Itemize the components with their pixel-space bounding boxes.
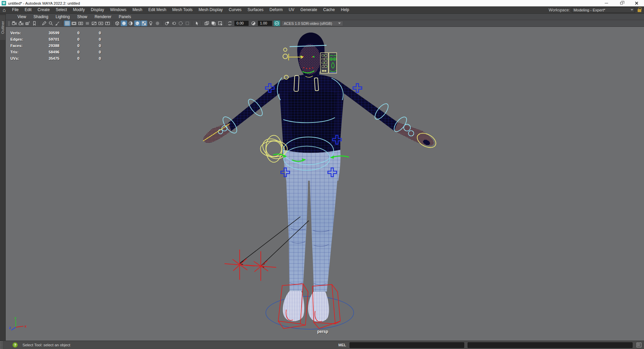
menu-deform[interactable]: Deform xyxy=(266,6,285,13)
panel-menu-bar: ViewShadingLightingShowRendererPanels xyxy=(6,14,644,20)
mel-label[interactable]: MEL xyxy=(338,343,346,347)
menu-uv[interactable]: UV xyxy=(286,6,298,13)
use-default-material-icon[interactable] xyxy=(127,20,134,26)
panel-menu-show[interactable]: Show xyxy=(73,14,91,20)
menu-mesh-display[interactable]: Mesh Display xyxy=(196,6,226,13)
menu-mesh-tools[interactable]: Mesh Tools xyxy=(169,6,196,13)
menu-mesh[interactable]: Mesh xyxy=(129,6,145,13)
viewport-persp[interactable]: y x z Verts:3059900Edges:5970100Faces:29… xyxy=(6,27,644,341)
close-button[interactable] xyxy=(629,0,644,6)
color-space-dropdown[interactable]: ACES 1.0 SDR-video (sRGB) xyxy=(281,21,343,26)
menu-surfaces[interactable]: Surfaces xyxy=(245,6,266,13)
menu-cache[interactable]: Cache xyxy=(320,6,338,13)
grid-icon[interactable] xyxy=(64,20,70,26)
toolbar-grip[interactable] xyxy=(8,21,10,26)
chevron-down-icon xyxy=(338,22,341,24)
help-icon[interactable]: ? xyxy=(12,342,18,348)
screen-space-ao-icon[interactable] xyxy=(164,20,170,26)
statusbar-grip[interactable] xyxy=(0,341,3,349)
depth-peeling-icon[interactable] xyxy=(184,20,191,26)
shade-textured-icon[interactable] xyxy=(134,20,141,26)
smooth-shade-all-icon[interactable] xyxy=(121,20,127,26)
color-management-icon[interactable] xyxy=(274,20,280,26)
workspace-dropdown[interactable]: Modeling - Expert* xyxy=(572,7,635,13)
minimize-button[interactable] xyxy=(599,0,614,6)
image-plane-icon[interactable] xyxy=(41,20,47,26)
panel-menu-lighting[interactable]: Lighting xyxy=(52,14,73,20)
panel-menu-renderer[interactable]: Renderer xyxy=(91,14,115,20)
menu-create[interactable]: Create xyxy=(35,6,53,13)
menu-help[interactable]: Help xyxy=(338,6,352,13)
character-model[interactable] xyxy=(203,33,434,322)
snapshot-copy-icon[interactable] xyxy=(204,20,210,26)
exposure-icon[interactable] xyxy=(227,20,233,26)
mel-command-input[interactable] xyxy=(350,342,464,348)
gate-mask-icon[interactable] xyxy=(84,20,91,26)
isolate-select-icon[interactable] xyxy=(194,20,200,26)
menu-modify[interactable]: Modify xyxy=(70,6,88,13)
hud-row-label: Edges: xyxy=(10,37,40,41)
film-gate-icon[interactable] xyxy=(71,20,77,26)
bookmarks-icon[interactable] xyxy=(31,20,38,26)
lock-workspace-icon[interactable] xyxy=(638,9,641,12)
hud-row-value: 29388 xyxy=(40,44,59,48)
menu-edit[interactable]: Edit xyxy=(21,6,35,13)
face-control-panel-shapes xyxy=(329,53,337,73)
hud-row-value: 58496 xyxy=(40,50,59,54)
motion-blur-icon[interactable] xyxy=(171,20,177,26)
menu-edit-mesh[interactable]: Edit Mesh xyxy=(145,6,169,13)
safe-action-icon[interactable] xyxy=(98,20,104,26)
hud-row-label: Tris: xyxy=(10,50,40,54)
hud-row-value: 0 xyxy=(79,37,101,41)
color-space-value: ACES 1.0 SDR-video (sRGB) xyxy=(284,21,332,26)
workspace-value: Modeling - Expert* xyxy=(574,8,605,12)
menu-select[interactable]: Select xyxy=(53,6,70,13)
toolbar-separator xyxy=(192,21,192,26)
title-bar: M untitled* - Autodesk MAYA 2022.2: unti… xyxy=(0,0,644,6)
minimize-icon xyxy=(605,3,608,3)
gamma-field[interactable]: 1.00 xyxy=(258,21,272,26)
restore-icon xyxy=(620,2,623,4)
menu-display[interactable]: Display xyxy=(88,6,107,13)
hud-row-label: Verts: xyxy=(10,31,40,35)
safe-title-icon[interactable] xyxy=(104,20,111,26)
menu-generate[interactable]: Generate xyxy=(297,6,320,13)
poly-count-hud: Verts:3059900Edges:5970100Faces:2938800T… xyxy=(10,31,101,60)
2d-pan-zoom-icon[interactable] xyxy=(48,20,54,26)
grease-pencil-icon[interactable] xyxy=(54,20,61,26)
toolbar-separator xyxy=(62,21,62,26)
hud-row-label: Faces: xyxy=(10,44,40,48)
hud-row-value: 0 xyxy=(79,31,101,35)
anti-aliasing-icon[interactable] xyxy=(177,20,184,26)
restore-button[interactable] xyxy=(614,0,629,6)
outliner-tab[interactable]: Outliner xyxy=(0,15,5,40)
lighting-icon[interactable] xyxy=(148,20,154,26)
shadows-icon[interactable] xyxy=(154,20,161,26)
svg-text:x: x xyxy=(24,324,27,328)
resolution-gate-icon[interactable] xyxy=(77,20,84,26)
wireframe-icon[interactable] xyxy=(114,20,120,26)
camera-attributes-icon[interactable] xyxy=(24,20,31,26)
panel-menu-panels[interactable]: Panels xyxy=(115,14,135,20)
region-crop-icon[interactable] xyxy=(217,20,223,26)
home-icon[interactable]: ⌂ xyxy=(3,7,6,13)
menu-file[interactable]: File xyxy=(9,6,21,13)
hud-row-value: 30599 xyxy=(40,31,59,35)
toolbar-separator xyxy=(225,21,225,26)
wireframe-on-shaded-icon[interactable] xyxy=(141,20,147,26)
svg-text:z: z xyxy=(9,326,11,330)
select-camera-icon[interactable] xyxy=(11,20,17,26)
snapshot-paste-icon[interactable] xyxy=(210,20,217,26)
axis-gizmo: y x z xyxy=(9,316,27,330)
lock-camera-icon[interactable] xyxy=(18,20,24,26)
field-chart-icon[interactable] xyxy=(91,20,97,26)
menu-windows[interactable]: Windows xyxy=(107,6,129,13)
script-editor-icon[interactable] xyxy=(637,343,641,347)
panel-menu-shading[interactable]: Shading xyxy=(30,14,52,20)
exposure-field[interactable]: 0.00 xyxy=(234,21,249,26)
hud-row-label: UVs: xyxy=(10,56,40,60)
menu-curves[interactable]: Curves xyxy=(226,6,245,13)
panel-menu-view[interactable]: View xyxy=(14,14,30,20)
gamma-icon[interactable] xyxy=(250,20,257,26)
hud-row-value: 0 xyxy=(79,50,101,54)
